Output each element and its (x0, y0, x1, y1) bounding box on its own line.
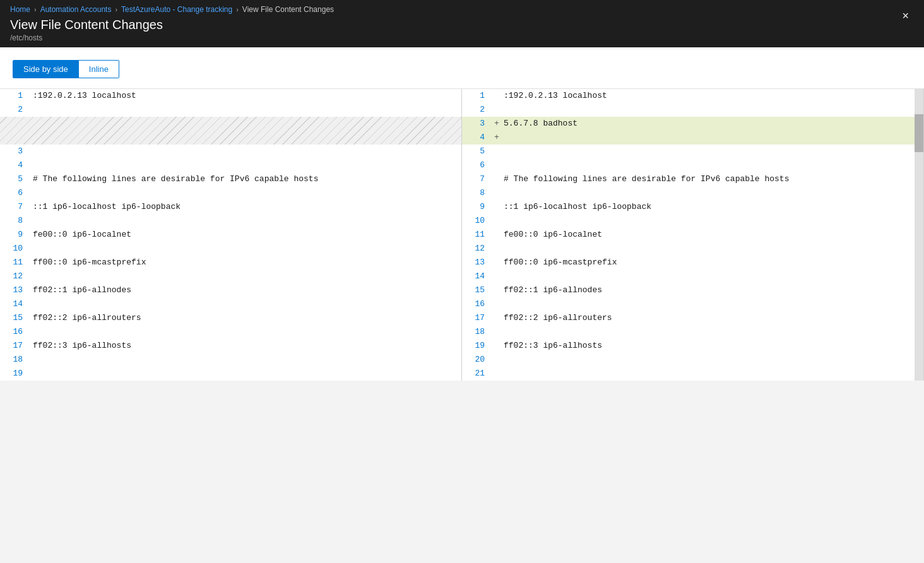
scrollbar-thumb[interactable] (915, 114, 923, 152)
close-button[interactable]: × (897, 8, 914, 24)
hatch-content (30, 117, 461, 145)
line-content: ff02::1 ip6-allnodes (501, 283, 923, 297)
breadcrumb: Home › Automation Accounts › TestAzureAu… (10, 5, 334, 14)
line-number: 9 (462, 200, 492, 214)
diff-line: 8 (0, 214, 461, 228)
line-content: :192.0.2.13 localhost (30, 89, 461, 103)
diff-line: 1:192.0.2.13 localhost (462, 89, 923, 103)
line-content: 5.6.7.8 badhost (501, 117, 923, 131)
diff-line: 15ff02::1 ip6-allnodes (462, 283, 923, 297)
diff-line: 11ff00::0 ip6-mcastprefix (0, 256, 461, 270)
diff-line: 21 (462, 367, 923, 381)
line-content: ff02::3 ip6-allhosts (30, 339, 461, 353)
line-number: 2 (462, 103, 492, 117)
diff-line: 2 (0, 103, 461, 117)
scrollbar[interactable] (915, 89, 923, 381)
line-number: 4 (462, 131, 492, 145)
breadcrumb-change-tracking[interactable]: TestAzureAuto - Change tracking (121, 5, 232, 14)
page-title: View File Content Changes (10, 18, 334, 32)
line-number: 7 (462, 172, 492, 186)
line-number: 1 (462, 89, 492, 103)
diff-line: 15ff02::2 ip6-allrouters (0, 311, 461, 325)
diff-line: 8 (462, 186, 923, 200)
line-prefix: + (492, 131, 501, 145)
line-content: ff02::1 ip6-allnodes (30, 283, 461, 297)
diff-line: 4+ (462, 131, 923, 145)
line-number: 14 (0, 297, 30, 311)
line-content: # The following lines are desirable for … (30, 172, 461, 186)
line-number: 4 (0, 158, 30, 172)
diff-line: 6 (462, 158, 923, 172)
diff-line: 7# The following lines are desirable for… (462, 172, 923, 186)
line-number: 12 (462, 242, 492, 256)
line-number: 14 (462, 270, 492, 283)
diff-line: 11fe00::0 ip6-localnet (462, 228, 923, 242)
diff-line: 14 (0, 297, 461, 311)
line-number: 21 (462, 367, 492, 381)
diff-line: 3 (0, 145, 461, 158)
line-number (0, 117, 30, 145)
diff-line: 13ff02::1 ip6-allnodes (0, 283, 461, 297)
diff-pane-left: 1:192.0.2.13 localhost2345# The followin… (0, 89, 462, 381)
diff-line: 6 (0, 186, 461, 200)
line-number: 15 (0, 311, 30, 325)
diff-line: 9fe00::0 ip6-localnet (0, 228, 461, 242)
diff-line: 1:192.0.2.13 localhost (0, 89, 461, 103)
diff-line: 9::1 ip6-localhost ip6-loopback (462, 200, 923, 214)
diff-line: 19ff02::3 ip6-allhosts (462, 339, 923, 353)
diff-line: 4 (0, 158, 461, 172)
diff-line: 12 (0, 270, 461, 283)
diff-line: 20 (462, 353, 923, 367)
diff-line: 16 (462, 297, 923, 311)
line-content: :192.0.2.13 localhost (501, 89, 923, 103)
diff-line: 19 (0, 367, 461, 381)
breadcrumb-current: View File Content Changes (242, 5, 334, 14)
line-number: 6 (462, 158, 492, 172)
diff-line: 12 (462, 242, 923, 256)
diff-hatch-area (0, 117, 461, 145)
diff-line: 17ff02::3 ip6-allhosts (0, 339, 461, 353)
line-content: ff00::0 ip6-mcastprefix (501, 256, 923, 270)
line-number: 7 (0, 200, 30, 214)
line-number: 11 (462, 228, 492, 242)
side-by-side-button[interactable]: Side by side (13, 60, 79, 78)
diff-line: 3+5.6.7.8 badhost (462, 117, 923, 131)
line-content: ff02::2 ip6-allrouters (501, 311, 923, 325)
inline-button[interactable]: Inline (79, 60, 119, 78)
line-number: 19 (0, 367, 30, 381)
line-content: ff02::2 ip6-allrouters (30, 311, 461, 325)
diff-line: 14 (462, 270, 923, 283)
line-number: 17 (462, 311, 492, 325)
line-number: 10 (0, 242, 30, 256)
diff-line: 5# The following lines are desirable for… (0, 172, 461, 186)
line-content: ff02::3 ip6-allhosts (501, 339, 923, 353)
breadcrumb-sep-1: › (34, 6, 37, 13)
diff-pane-right: 1:192.0.2.13 localhost23+5.6.7.8 badhost… (462, 89, 924, 381)
diff-line: 2 (462, 103, 923, 117)
line-number: 5 (0, 172, 30, 186)
line-content: ::1 ip6-localhost ip6-loopback (30, 200, 461, 214)
diff-line: 16 (0, 325, 461, 339)
line-number: 13 (462, 256, 492, 270)
line-number: 12 (0, 270, 30, 283)
line-content: # The following lines are desirable for … (501, 172, 923, 186)
diff-line: 13ff00::0 ip6-mcastprefix (462, 256, 923, 270)
breadcrumb-home[interactable]: Home (10, 5, 30, 14)
main-content: Side by side Inline 1:192.0.2.13 localho… (0, 47, 924, 381)
line-content: ::1 ip6-localhost ip6-loopback (501, 200, 923, 214)
line-number: 19 (462, 339, 492, 353)
line-number: 5 (462, 145, 492, 158)
diff-container: 1:192.0.2.13 localhost2345# The followin… (0, 88, 924, 381)
view-toggle: Side by side Inline (13, 60, 924, 78)
line-number: 17 (0, 339, 30, 353)
diff-line: 17ff02::2 ip6-allrouters (462, 311, 923, 325)
breadcrumb-sep-2: › (115, 6, 117, 13)
diff-line: 10 (462, 214, 923, 228)
line-number: 3 (462, 117, 492, 131)
line-number: 3 (0, 145, 30, 158)
line-number: 8 (462, 186, 492, 200)
line-content: fe00::0 ip6-localnet (501, 228, 923, 242)
breadcrumb-automation[interactable]: Automation Accounts (40, 5, 112, 14)
line-content: fe00::0 ip6-localnet (30, 228, 461, 242)
line-number: 18 (0, 353, 30, 367)
